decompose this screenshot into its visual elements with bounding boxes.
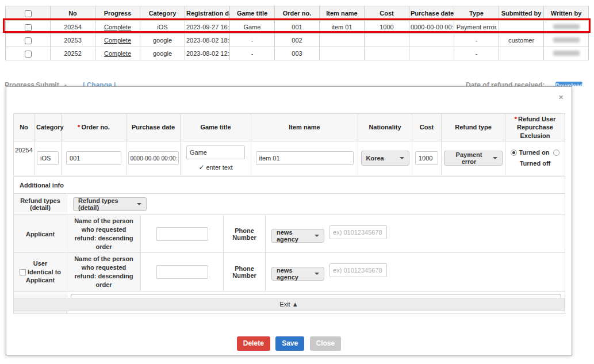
bg-change-link[interactable]: | Change | [83, 81, 116, 86]
applicant-name-field[interactable] [156, 227, 208, 241]
save-button[interactable]: Save [275, 336, 304, 351]
cell-written-by [544, 34, 589, 47]
progress-link[interactable]: Complete [104, 24, 131, 30]
progress-link[interactable]: Complete [104, 37, 131, 44]
progress-link[interactable]: Complete [104, 50, 131, 57]
cell-order-no: 001 [275, 21, 320, 34]
redacted-written-by [553, 24, 580, 29]
cell-cost: 1000 [365, 21, 409, 34]
additional-info-table: Additional info Refund types (detail) Re… [13, 176, 565, 314]
row-select-cell [6, 21, 51, 34]
refund-types-dropdown[interactable]: Refund types (detail) [73, 197, 147, 211]
order-no-field[interactable] [66, 151, 121, 165]
header-game-title: Game title [181, 114, 251, 141]
cell-no: 20253 [51, 34, 95, 47]
applicant-phone-label: Phone Number [224, 215, 266, 253]
cell-written-by [544, 21, 589, 34]
refund-type-dropdown[interactable]: Payment error [444, 151, 503, 166]
user-phone-label: Phone Number [224, 253, 266, 291]
background-page-strip: Progress Submit - | Change | Date of ref… [0, 81, 594, 86]
column-header-order-no-: Order no. [275, 6, 320, 21]
column-header-item-name: Item name [320, 6, 365, 21]
user-label: User [16, 260, 65, 267]
identical-to-applicant-option[interactable]: Identical to Applicant [16, 268, 65, 285]
chevron-down-icon [493, 157, 497, 159]
header-refund-type: Refund type [442, 114, 505, 141]
close-button[interactable]: Close [310, 336, 342, 351]
user-carrier-dropdown[interactable]: news agency [271, 267, 324, 281]
records-table: NoProgressCategoryRegistration dateGame … [5, 6, 589, 60]
select-all-cell [6, 6, 51, 21]
cell-submitted-by [499, 47, 544, 60]
cell-cost [365, 47, 409, 60]
chevron-down-icon [315, 273, 319, 275]
check-icon: ✓ [199, 163, 205, 171]
table-row: 20252Completegoogle2023-08-02 12:29:07-0… [6, 47, 589, 60]
cell-order-no: 002 [275, 34, 320, 47]
no-value: 20254 [14, 141, 35, 175]
download-button[interactable]: Download [555, 82, 582, 86]
exit-collapse-button[interactable]: Exit ▲ [13, 298, 565, 311]
table-row: 20254CompleteiOS2023-09-27 16:57:21Game0… [6, 21, 589, 34]
column-header-game-title: Game title [230, 6, 275, 21]
delete-button[interactable]: Delete [237, 336, 270, 351]
row-checkbox[interactable] [25, 51, 32, 58]
cell-type: - [454, 34, 499, 47]
column-header-progress: Progress [95, 6, 140, 21]
header-nationality: Nationality [358, 114, 412, 141]
header-order-no: *Order no. [62, 114, 127, 141]
cell-game-title: Game [230, 21, 275, 34]
applicant-carrier-dropdown[interactable]: news agency [271, 229, 324, 243]
cell-progress: Complete [95, 47, 140, 60]
redacted-written-by [553, 51, 580, 56]
row-checkbox[interactable] [25, 24, 32, 31]
header-purchase-date: Purchase date [127, 114, 181, 141]
category-field[interactable] [37, 151, 59, 165]
cell-category: iOS [140, 21, 185, 34]
cell-order-no: 003 [275, 47, 320, 60]
header-category: Category [35, 114, 62, 141]
records-header-row: NoProgressCategoryRegistration dateGame … [6, 6, 589, 21]
cell-type: Payment error [454, 21, 499, 34]
column-header-registration-date: Registration date [185, 6, 230, 21]
item-name-field[interactable] [256, 151, 354, 165]
bg-dash-label: - [64, 81, 67, 86]
turned-on-radio[interactable] [511, 150, 517, 156]
turned-off-radio[interactable] [553, 150, 559, 156]
row-select-cell [6, 47, 51, 60]
row-checkbox[interactable] [25, 37, 32, 44]
user-phone-field[interactable] [329, 263, 387, 277]
refund-detail-form: No Category *Order no. Purchase date Gam… [13, 113, 565, 175]
applicant-phone-field[interactable] [329, 225, 387, 239]
cell-game-title: - [230, 34, 275, 47]
chevron-down-icon [400, 157, 404, 159]
cell-purchase-date: 0000-00-00 00:00:00 [409, 21, 454, 34]
bg-refund-date-label: Date of refund received: [466, 81, 545, 86]
cell-type: - [454, 47, 499, 60]
turned-off-label: Turned off [520, 160, 551, 167]
enter-text-option[interactable]: ✓enter text [182, 163, 250, 171]
applicant-label: Applicant [14, 215, 67, 253]
cell-cost [365, 34, 409, 47]
game-title-field[interactable] [186, 145, 245, 159]
cost-field[interactable] [415, 151, 438, 165]
required-asterisk: * [78, 124, 80, 131]
purchase-date-field[interactable] [128, 151, 179, 165]
turned-on-label: Turned on [519, 149, 549, 156]
header-exclusion: *Refund User Repurchase Exclusion [505, 114, 565, 141]
column-header-written-by: Written by [544, 6, 589, 21]
cell-purchase-date [409, 47, 454, 60]
select-all-checkbox[interactable] [25, 10, 32, 17]
nationality-dropdown[interactable]: Korea [361, 151, 409, 166]
identical-checkbox[interactable] [20, 269, 26, 275]
column-header-category: Category [140, 6, 185, 21]
additional-info-title: Additional info [14, 177, 565, 194]
user-name-desc: Name of the person who requested refund:… [67, 253, 141, 291]
redacted-written-by [553, 37, 580, 43]
close-icon[interactable]: × [558, 94, 564, 101]
cell-progress: Complete [95, 34, 140, 47]
applicant-name-desc: Name of the person who requested refund:… [67, 215, 141, 253]
user-name-field[interactable] [156, 265, 208, 279]
header-item-name: Item name [251, 114, 358, 141]
cell-purchase-date [409, 34, 454, 47]
